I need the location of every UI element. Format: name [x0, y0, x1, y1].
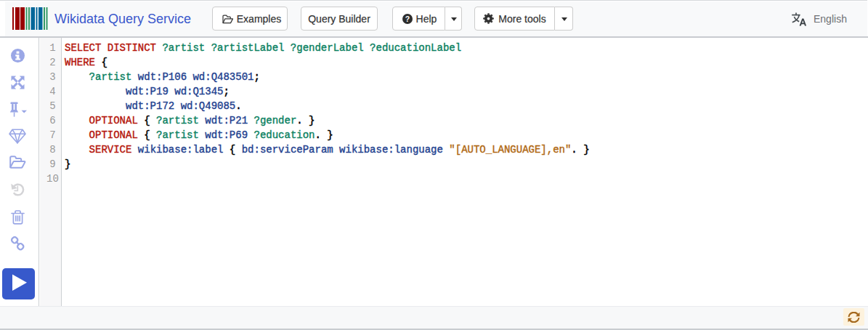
svg-text:?: ? — [405, 15, 409, 23]
